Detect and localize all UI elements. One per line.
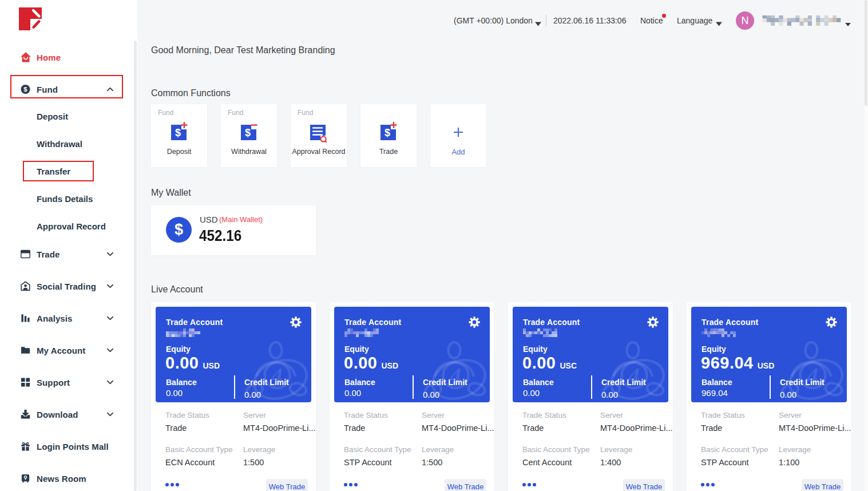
svg-text:$: $ <box>175 127 181 138</box>
svg-text:$: $ <box>385 127 390 138</box>
svg-text:$: $ <box>23 86 27 93</box>
svg-text:$: $ <box>245 127 251 138</box>
